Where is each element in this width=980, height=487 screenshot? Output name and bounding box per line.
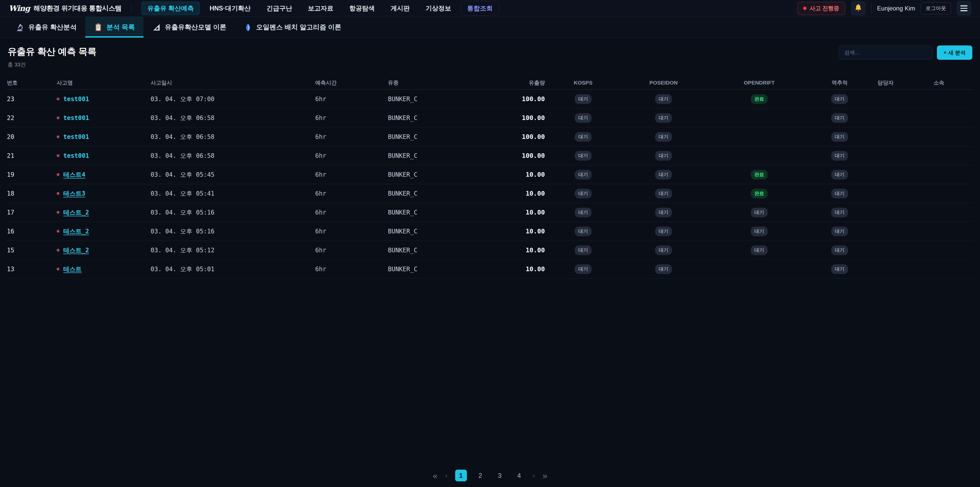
status-badge-backtrack: 대기: [831, 208, 848, 217]
table-row: 19테스트403. 04. 오후 05:456hrBUNKER_C10.00대기…: [7, 165, 973, 184]
status-badge-kosps: 대기: [575, 227, 592, 236]
status-badge-kosps: 대기: [575, 132, 592, 142]
tab-label: 오일펜스 배치 알고리즘 이론: [256, 23, 342, 32]
cell-opendrift: 대기: [706, 208, 813, 217]
total-count: 총 33건: [8, 61, 97, 68]
oil-type: BUNKER_C: [388, 133, 504, 141]
user-name: Eunjeong Kim: [877, 5, 915, 12]
nav-item-7[interactable]: 통합조회: [461, 1, 499, 16]
status-badge-kosps: 대기: [575, 264, 592, 274]
incident-datetime: 03. 04. 오후 05:12: [151, 246, 315, 254]
header-affiliation: 소속: [905, 79, 973, 86]
page-number-1[interactable]: 1: [455, 469, 467, 481]
cell-kosps: 대기: [545, 246, 621, 255]
incident-name-link[interactable]: 테스트_2: [63, 227, 89, 235]
status-badge-kosps: 대기: [575, 170, 592, 179]
page-next-button[interactable]: ›: [533, 472, 535, 479]
spill-amount: 10.00: [504, 265, 545, 273]
status-badge-poseidon: 대기: [655, 113, 672, 123]
status-badge-backtrack: 대기: [831, 227, 848, 236]
row-number: 17: [7, 209, 57, 216]
nav-item-0[interactable]: 유출유 확산예측: [141, 1, 200, 15]
cell-kosps: 대기: [545, 189, 621, 198]
incident-dot-icon: [57, 268, 59, 270]
oil-type: BUNKER_C: [388, 96, 504, 103]
tab-0[interactable]: 유출유 확산분석: [7, 17, 85, 38]
incident-name-link[interactable]: test001: [63, 152, 89, 160]
nav-item-4[interactable]: 항공탐색: [343, 1, 381, 15]
notification-bell-button[interactable]: [851, 1, 865, 16]
header-amount: 유출량: [504, 79, 545, 86]
table-body: 23test00103. 04. 오후 07:006hrBUNKER_C100.…: [7, 89, 973, 279]
cell-backtrack: 대기: [813, 208, 866, 217]
tab-3[interactable]: 오일펜스 배치 알고리즘 이론: [235, 17, 350, 38]
page-number-3[interactable]: 3: [494, 469, 506, 481]
row-number: 18: [7, 190, 57, 197]
bell-icon: [854, 3, 862, 13]
page-number-2[interactable]: 2: [474, 469, 486, 481]
incident-name-link[interactable]: 테스트: [63, 265, 82, 273]
header-manager: 담당자: [866, 79, 905, 86]
nav-item-5[interactable]: 게시판: [384, 1, 416, 15]
incident-status-badge[interactable]: 사고 진행중: [797, 2, 845, 15]
menu-button[interactable]: [956, 1, 971, 16]
incident-name-link[interactable]: 테스트4: [63, 171, 85, 179]
status-badge-backtrack: 대기: [831, 246, 848, 255]
sub-tabbar: 유출유 확산분석분석 목록유출유확산모델 이론오일펜스 배치 알고리즘 이론: [0, 17, 980, 38]
oil-type: BUNKER_C: [388, 209, 504, 216]
page-prev-button[interactable]: ‹: [445, 472, 447, 479]
row-number: 16: [7, 228, 57, 235]
incident-dot-icon: [57, 249, 59, 252]
status-badge-kosps: 대기: [575, 246, 592, 255]
header-oil_type: 유종: [388, 79, 504, 86]
tab-2[interactable]: 유출유확산모델 이론: [143, 17, 235, 38]
forecast-duration: 6hr: [315, 133, 388, 141]
table-row: 23test00103. 04. 오후 07:006hrBUNKER_C100.…: [7, 89, 973, 109]
incident-name-link[interactable]: test001: [63, 133, 89, 141]
page-first-button[interactable]: «: [433, 471, 438, 480]
ruler-icon: [152, 23, 161, 32]
spill-amount: 10.00: [504, 209, 545, 216]
logo-title: 해양환경 위기대응 통합시스템: [33, 4, 121, 13]
incident-name-link[interactable]: 테스트3: [63, 190, 85, 198]
status-badge-opendrift: 완료: [751, 189, 768, 198]
page-last-button[interactable]: »: [542, 471, 547, 480]
incident-name-link[interactable]: 테스트_2: [63, 246, 89, 254]
spill-amount: 100.00: [504, 152, 545, 160]
cell-backtrack: 대기: [813, 227, 866, 236]
nav-item-1[interactable]: HNS·대기확산: [204, 1, 257, 15]
incident-name-link[interactable]: test001: [63, 96, 89, 103]
search-input[interactable]: [839, 45, 933, 60]
incident-name-link[interactable]: test001: [63, 114, 89, 121]
nav-item-2[interactable]: 긴급구난: [260, 1, 298, 15]
forecast-table: 번호사고명사고일시예측시간유종유출량KOSPSPOSEIDONOPENDRIFT…: [0, 76, 980, 279]
status-badge-poseidon: 대기: [655, 264, 672, 274]
logout-button[interactable]: 로그아웃: [921, 2, 951, 14]
nav-item-3[interactable]: 보고자료: [302, 1, 339, 15]
row-number: 13: [7, 266, 57, 273]
status-badge-opendrift: 대기: [751, 208, 768, 217]
incident-name-link[interactable]: 테스트_2: [63, 208, 89, 217]
status-badge-kosps: 대기: [575, 189, 592, 198]
header-opendrift: OPENDRIFT: [706, 80, 813, 86]
incident-datetime: 03. 04. 오후 06:58: [151, 152, 315, 160]
cell-incident-name: test001: [57, 152, 151, 160]
status-badge-backtrack: 대기: [831, 132, 848, 142]
spill-amount: 10.00: [504, 190, 545, 197]
tab-1[interactable]: 분석 목록: [85, 17, 143, 38]
status-badge-backtrack: 대기: [831, 264, 848, 274]
status-badge-kosps: 대기: [575, 94, 592, 104]
cell-kosps: 대기: [545, 151, 621, 161]
nav-item-6[interactable]: 기상정보: [419, 1, 457, 15]
cell-kosps: 대기: [545, 264, 621, 274]
nav-divider: [871, 3, 872, 14]
new-analysis-button[interactable]: + 새 분석: [937, 45, 972, 60]
spill-amount: 10.00: [504, 228, 545, 235]
table-row: 17테스트_203. 04. 오후 05:166hrBUNKER_C10.00대…: [7, 203, 973, 222]
cell-poseidon: 대기: [621, 132, 706, 142]
status-badge-kosps: 대기: [575, 208, 592, 217]
cell-incident-name: 테스트3: [57, 190, 151, 198]
page-number-4[interactable]: 4: [513, 469, 525, 481]
forecast-duration: 6hr: [315, 209, 388, 216]
forecast-duration: 6hr: [315, 171, 388, 178]
